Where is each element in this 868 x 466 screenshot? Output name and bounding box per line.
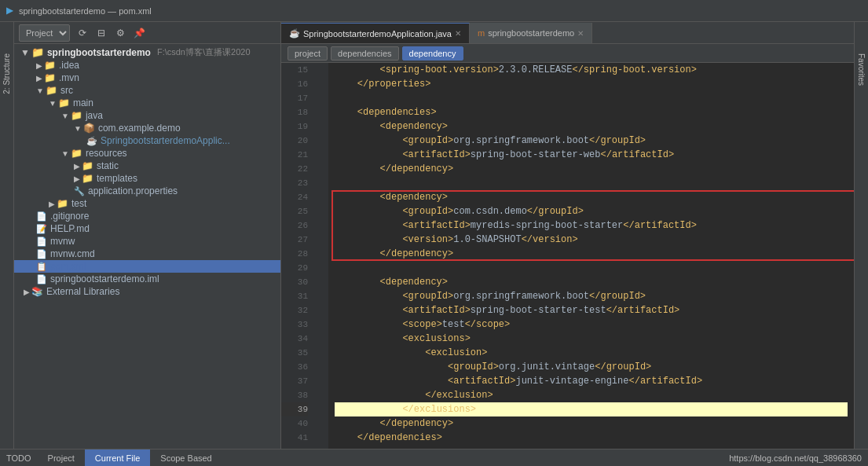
- tree-item-mvnw[interactable]: 📄 mvnw: [14, 235, 280, 248]
- collapse-btn[interactable]: ⊟: [93, 25, 109, 41]
- tab-label: SpringbootstarterdemoApplication.java: [303, 29, 452, 39]
- tree-item-label: test: [71, 198, 86, 209]
- gutter-icon: [313, 190, 328, 204]
- gutter-icon: [313, 77, 328, 91]
- gutter-icon: [313, 148, 328, 162]
- gutter-icon: [313, 416, 328, 431]
- title-breadcrumb: springbootstarterdemo — pom.xml: [19, 6, 152, 16]
- status-url: https://blog.csdn.net/qq_38968360: [729, 453, 862, 463]
- favorites-tab[interactable]: Favorites: [857, 53, 866, 86]
- folder-icon: 📁: [31, 46, 44, 58]
- code-line: [335, 91, 848, 105]
- structure-panel-tab[interactable]: 2: Structure: [2, 53, 11, 94]
- code-line: [335, 445, 848, 449]
- tree-item-help-md[interactable]: 📝 HELP.md: [14, 222, 280, 235]
- code-line: </properties>: [335, 77, 848, 91]
- code-line: </dependencies>: [335, 431, 848, 445]
- quick-btn-dependencies[interactable]: dependencies: [331, 46, 399, 61]
- code-line: </exclusions>: [335, 402, 848, 416]
- code-line: <artifactId>spring-boot-starter-test</ar…: [335, 303, 848, 317]
- status-bar: TODO Project Current File Scope Based ht…: [0, 449, 868, 466]
- code-line: <scope>test</scope>: [335, 317, 848, 332]
- tree-item-app-class[interactable]: ☕ SpringbootstarterdemoApplic...: [14, 134, 280, 147]
- tree-item-mvn[interactable]: ▶ 📁 .mvn: [14, 72, 280, 84]
- chevron-down-icon: ▼: [61, 112, 69, 120]
- tree-item-label: application.properties: [88, 185, 178, 196]
- quick-access-bar: project dependencies dependency: [281, 44, 854, 63]
- tab-close-btn[interactable]: ✕: [577, 29, 584, 38]
- view-selector[interactable]: Project: [19, 24, 70, 42]
- gutter-icon: [313, 431, 328, 445]
- code-line: <dependencies>: [335, 105, 848, 119]
- gutter-icon: [313, 346, 328, 360]
- tree-item-app-props[interactable]: 🔧 application.properties: [14, 185, 280, 197]
- line-numbers: 1516171819202122232425262728293031323334…: [281, 63, 313, 449]
- tree-item-main[interactable]: ▼ 📁 main: [14, 97, 280, 109]
- tree-item-templates[interactable]: ▶ 📁 templates: [14, 172, 280, 185]
- tree-item-label: templates: [97, 173, 137, 184]
- gutter-icon: [313, 105, 328, 119]
- chevron-right-icon: ▶: [36, 61, 42, 70]
- tree-root-path: F:\csdn博客\直播课2020: [157, 46, 251, 58]
- tree-item-resources[interactable]: ▼ 📁 resources: [14, 147, 280, 160]
- code-editor[interactable]: 1516171819202122232425262728293031323334…: [281, 63, 854, 449]
- code-line: <groupId>org.junit.vintage</groupId>: [335, 360, 848, 374]
- md-file-icon: 📝: [36, 224, 47, 234]
- tree-item-gitignore[interactable]: 📄 .gitignore: [14, 210, 280, 222]
- settings-btn[interactable]: ⚙: [112, 25, 128, 41]
- tree-item-label: .gitignore: [50, 211, 89, 222]
- tree-item-mvnw-cmd[interactable]: 📄 mvnw.cmd: [14, 248, 280, 260]
- tree-item-label: com.example.demo: [98, 123, 181, 134]
- code-content[interactable]: <spring-boot.version>2.3.0.RELEASE</spri…: [328, 63, 854, 449]
- code-line: <dependency>: [335, 275, 848, 289]
- code-line: <spring-boot.version>2.3.0.RELEASE</spri…: [335, 63, 848, 77]
- libs-icon: 📚: [31, 286, 43, 297]
- tree-item-idea[interactable]: ▶ 📁 .idea: [14, 59, 280, 72]
- code-line: <artifactId>myredis-spring-boot-starter<…: [335, 218, 848, 233]
- tree-item-pom-xml[interactable]: 📋 pom.xml: [14, 260, 280, 273]
- folder-icon: 📁: [82, 160, 93, 171]
- code-line: </dependency>: [335, 247, 848, 261]
- tab-close-btn[interactable]: ✕: [455, 29, 461, 38]
- tree-item-java[interactable]: ▼ 📁 java: [14, 109, 280, 122]
- gutter-icon: [313, 388, 328, 402]
- tree-item-src[interactable]: ▼ 📁 src: [14, 84, 280, 97]
- tree-item-static[interactable]: ▶ 📁 static: [14, 160, 280, 172]
- tree-root-label: springbootstarterdemo: [47, 47, 151, 58]
- status-tab-scope-based[interactable]: Scope Based: [150, 449, 222, 467]
- status-tab-current-file[interactable]: Current File: [85, 449, 150, 467]
- todo-label: TODO: [6, 453, 31, 463]
- gutter-icon: [313, 233, 328, 247]
- tree-item-label: java: [86, 110, 103, 121]
- chevron-down-icon: ▼: [74, 124, 82, 133]
- tree-item-root[interactable]: ▼ 📁 springbootstarterdemo F:\csdn博客\直播课2…: [14, 46, 280, 59]
- status-tabs: Project Current File Scope Based: [38, 449, 222, 467]
- editor-gutter: [313, 63, 328, 449]
- gutter-icon: [313, 360, 328, 374]
- sync-btn[interactable]: ⟳: [75, 25, 90, 41]
- tree-item-label: src: [60, 85, 73, 96]
- tab-java-file[interactable]: ☕ SpringbootstarterdemoApplication.java …: [281, 23, 470, 43]
- file-icon: 📄: [36, 249, 47, 259]
- quick-btn-project[interactable]: project: [288, 46, 328, 61]
- title-bar: ▶ springbootstarterdemo — pom.xml: [0, 0, 868, 22]
- tab-xml-file[interactable]: m springbootstarterdemo ✕: [470, 23, 592, 43]
- gutter-icon: [313, 119, 328, 134]
- tree-item-iml[interactable]: 📄 springbootstarterdemo.iml: [14, 273, 280, 285]
- gutter-icon: [313, 445, 328, 449]
- tree-item-com-example[interactable]: ▼ 📦 com.example.demo: [14, 122, 280, 134]
- pin-btn[interactable]: 📌: [131, 25, 147, 41]
- file-tree: ▼ 📁 springbootstarterdemo F:\csdn博客\直播课2…: [14, 44, 280, 449]
- gutter-icon: [313, 261, 328, 275]
- gutter-icon: [313, 91, 328, 105]
- tree-item-label: External Libraries: [46, 286, 119, 297]
- quick-btn-dependency[interactable]: dependency: [402, 46, 463, 61]
- gutter-icon: [313, 176, 328, 190]
- folder-icon: 📁: [58, 97, 70, 108]
- tree-item-test[interactable]: ▶ 📁 test: [14, 197, 280, 210]
- tree-item-external-libs[interactable]: ▶ 📚 External Libraries: [14, 285, 280, 298]
- code-line: <dependency>: [335, 190, 848, 204]
- tree-item-label: resources: [86, 148, 127, 159]
- code-line: <groupId>com.csdn.demo</groupId>: [335, 204, 848, 218]
- status-tab-project[interactable]: Project: [38, 449, 85, 467]
